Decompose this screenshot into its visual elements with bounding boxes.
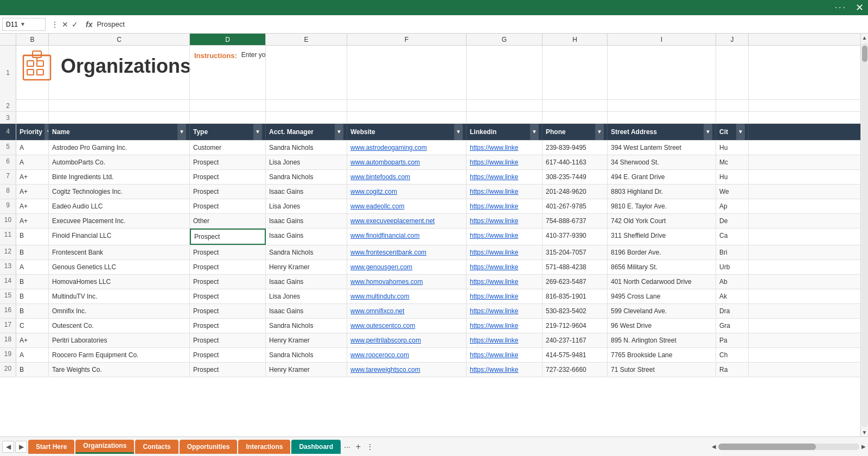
cell-phone[interactable]: 617-440-1163 (542, 155, 608, 169)
cell-website[interactable]: www.cogitz.com (347, 185, 467, 199)
tab-more-icon[interactable]: ··· (344, 442, 350, 451)
cell-acct-manager[interactable]: Isaac Gains (266, 304, 347, 318)
cell-linkedin[interactable]: https://www.linke (467, 333, 542, 347)
cell-website[interactable]: www.outescentco.com (347, 319, 467, 333)
cell-linkedin[interactable]: https://www.linke (467, 363, 542, 377)
cell-city[interactable]: Ak (716, 289, 749, 303)
nav-right-arrow[interactable]: ▶ (15, 441, 27, 453)
cell-address[interactable]: 401 North Cedarwood Drive (608, 275, 716, 289)
cell-priority[interactable]: A+ (16, 214, 49, 228)
cell-type[interactable]: Prospect (190, 185, 266, 199)
cell-type[interactable]: Prospect (190, 348, 266, 362)
cell-city[interactable]: Hu (716, 141, 749, 155)
tab-contacts[interactable]: Contacts (135, 440, 178, 454)
cell-linkedin[interactable]: https://www.linke (467, 229, 542, 245)
tab-start-here[interactable]: Start Here (28, 440, 74, 454)
header-priority[interactable]: Priority ▼ (16, 124, 49, 140)
cell-name[interactable]: Eadeo Audio LLC (49, 199, 190, 213)
filter-type-icon[interactable]: ▼ (253, 124, 262, 140)
header-type[interactable]: Type ▼ (190, 124, 266, 140)
cell-priority[interactable]: B (16, 275, 49, 289)
cell-priority[interactable]: A (16, 260, 49, 274)
cell-priority[interactable]: B (16, 229, 49, 245)
formula-menu-icon[interactable]: ⋮ (51, 20, 59, 29)
col-header-i[interactable]: I (608, 34, 716, 45)
cell-address[interactable]: 71 Sutor Street (608, 363, 716, 377)
cell-priority[interactable]: A (16, 348, 49, 362)
cell-name[interactable]: Genous Genetics LLC (49, 260, 190, 274)
cell-website[interactable]: www.peritrilabscorp.com (347, 333, 467, 347)
cell-city[interactable]: Ra (716, 363, 749, 377)
v-scroll-up-arrow[interactable]: ▲ (862, 34, 867, 42)
cell-type[interactable]: Prospect (190, 155, 266, 169)
cell-linkedin[interactable]: https://www.linke (467, 304, 542, 318)
cell-website[interactable]: www.multindutv.com (347, 289, 467, 303)
cell-priority[interactable]: A+ (16, 199, 49, 213)
cell-priority[interactable]: A+ (16, 185, 49, 199)
cell-acct-manager[interactable]: Lisa Jones (266, 289, 347, 303)
cell-name[interactable]: Finoid Financial LLC (49, 229, 190, 245)
tab-opportunities[interactable]: Opportunities (180, 440, 238, 454)
cell-type[interactable]: Prospect (190, 363, 266, 377)
header-phone[interactable]: Phone ▼ (542, 124, 608, 140)
cell-type[interactable]: Prospect (190, 199, 266, 213)
cell-city[interactable]: Dra (716, 304, 749, 318)
cell-linkedin[interactable]: https://www.linke (467, 170, 542, 184)
table-row[interactable]: 17 C Outescent Co. Prospect Sandra Nicho… (0, 319, 868, 333)
cell-website[interactable]: www.tareweightsco.com (347, 363, 467, 377)
cell-linkedin[interactable]: https://www.linke (467, 319, 542, 333)
table-row[interactable]: 18 A+ Peritri Laboratories Prospect Henr… (0, 333, 868, 348)
header-acct-manager[interactable]: Acct. Manager ▼ (266, 124, 347, 140)
cell-acct-manager[interactable]: Isaac Gains (266, 229, 347, 245)
cell-acct-manager[interactable]: Henry Kramer (266, 333, 347, 347)
col-header-b[interactable]: B (16, 34, 49, 45)
table-row[interactable]: 20 B Tare Weights Co. Prospect Henry Kra… (0, 363, 868, 377)
table-row[interactable]: 14 B HomovaHomes LLC Prospect Isaac Gain… (0, 275, 868, 289)
filter-phone-icon[interactable]: ▼ (595, 124, 604, 140)
cell-website[interactable]: www.genousgen.com (347, 260, 467, 274)
cell-city[interactable]: Pa (716, 333, 749, 347)
filter-priority-icon[interactable]: ▼ (44, 124, 49, 140)
cell-acct-manager[interactable]: Sandra Nichols (266, 319, 347, 333)
cell-name[interactable]: Frontescent Bank (49, 245, 190, 259)
col-header-j[interactable]: J (716, 34, 749, 45)
cell-address[interactable]: 8656 Military St. (608, 260, 716, 274)
cell-name[interactable]: MultinduTV Inc. (49, 289, 190, 303)
cell-linkedin[interactable]: https://www.linke (467, 185, 542, 199)
cell-city[interactable]: Mc (716, 155, 749, 169)
table-row[interactable]: 6 A AutomboParts Co. Prospect Lisa Jones… (0, 155, 868, 170)
cell-website[interactable]: www.rooceroco.com (347, 348, 467, 362)
nav-left-arrow[interactable]: ◀ (2, 441, 14, 453)
col-header-f[interactable]: F (347, 34, 467, 45)
tab-organizations[interactable]: Organizations (75, 440, 134, 454)
filter-name-icon[interactable]: ▼ (177, 124, 186, 140)
close-icon[interactable]: ✕ (856, 2, 864, 14)
cell-acct-manager[interactable]: Isaac Gains (266, 185, 347, 199)
cell-type[interactable]: Prospect (190, 275, 266, 289)
cell-linkedin[interactable]: https://www.linke (467, 348, 542, 362)
cell-website[interactable]: www.omnifixco.net (347, 304, 467, 318)
cell-linkedin[interactable]: https://www.linke (467, 141, 542, 155)
cell-type[interactable]: Prospect (190, 333, 266, 347)
cell-website[interactable]: www.finoidfinancial.com (347, 229, 467, 245)
header-linkedin[interactable]: Linkedin ▼ (467, 124, 542, 140)
cell-website[interactable]: www.bintefoods.com (347, 170, 467, 184)
scroll-track[interactable] (718, 444, 859, 450)
cell-phone[interactable]: 727-232-6660 (542, 363, 608, 377)
col-header-e[interactable]: E (266, 34, 347, 45)
cell-name[interactable]: Execuvee Placement Inc. (49, 214, 190, 228)
tab-options-icon[interactable]: ⋮ (366, 442, 374, 451)
cell-phone[interactable]: 754-888-6737 (542, 214, 608, 228)
cell-city[interactable]: Ch (716, 348, 749, 362)
formula-cancel-icon[interactable]: ✕ (62, 20, 68, 29)
cell-acct-manager[interactable]: Isaac Gains (266, 214, 347, 228)
cell-address[interactable]: 742 Old York Court (608, 214, 716, 228)
cell-acct-manager[interactable]: Lisa Jones (266, 155, 347, 169)
cell-address[interactable]: 9810 E. Taylor Ave. (608, 199, 716, 213)
cell-type[interactable]: Prospect (190, 319, 266, 333)
cell-address[interactable]: 311 Sheffield Drive (608, 229, 716, 245)
header-city[interactable]: Cit ▼ (716, 124, 749, 140)
cell-type[interactable]: Prospect (190, 289, 266, 303)
cell-priority[interactable]: A+ (16, 170, 49, 184)
cell-name[interactable]: Outescent Co. (49, 319, 190, 333)
